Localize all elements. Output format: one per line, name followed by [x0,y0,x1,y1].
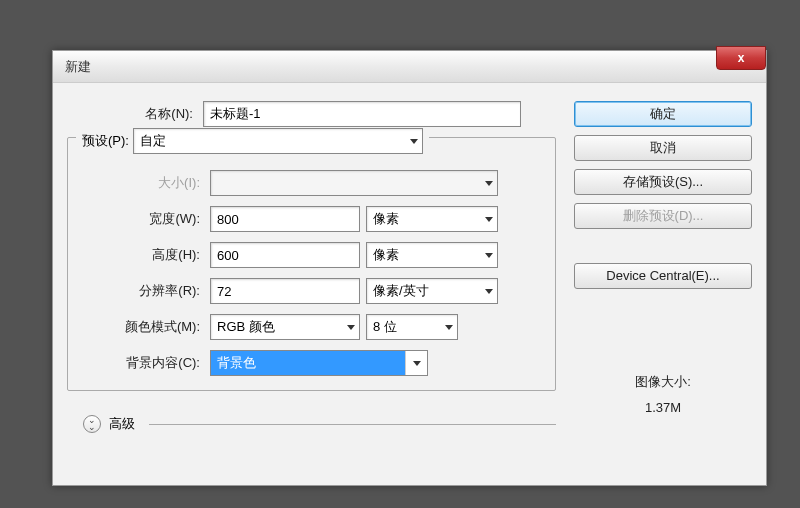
chevron-down-icon [485,217,493,222]
color-mode-select[interactable]: RGB 颜色 [210,314,360,340]
resolution-label: 分辨率(R): [74,282,204,300]
image-size-label: 图像大小: [574,369,752,395]
chevron-down-icon [485,289,493,294]
preset-select[interactable]: 自定 [133,128,423,154]
chevron-down-icon [445,325,453,330]
image-size-info: 图像大小: 1.37M [574,369,752,421]
chevron-down-icon [485,253,493,258]
height-unit-value: 像素 [373,246,399,264]
titlebar: 新建 x [53,51,766,83]
background-select[interactable]: 背景色 [210,350,428,376]
color-mode-value: RGB 颜色 [217,318,275,336]
image-size-value: 1.37M [574,395,752,421]
width-unit-select[interactable]: 像素 [366,206,498,232]
height-unit-select[interactable]: 像素 [366,242,498,268]
background-value: 背景色 [217,354,256,372]
dialog-title: 新建 [65,58,91,76]
color-depth-select[interactable]: 8 位 [366,314,458,340]
chevron-down-icon [413,361,421,366]
color-mode-label: 颜色模式(M): [74,318,204,336]
preset-fieldset: 预设(P): 自定 大小(I): [67,137,556,391]
delete-preset-button: 删除预设(D)... [574,203,752,229]
background-label: 背景内容(C): [74,354,204,372]
resolution-unit-select[interactable]: 像素/英寸 [366,278,498,304]
double-chevron-down-icon: ⌄⌄ [88,417,96,431]
resolution-unit-value: 像素/英寸 [373,282,429,300]
close-button[interactable]: x [716,46,766,70]
resolution-input[interactable] [210,278,360,304]
height-input[interactable] [210,242,360,268]
close-icon: x [738,51,745,65]
preset-label: 预设(P): [82,132,129,150]
chevron-down-icon [347,325,355,330]
chevron-down-icon [485,181,493,186]
width-label: 宽度(W): [74,210,204,228]
save-preset-button[interactable]: 存储预设(S)... [574,169,752,195]
name-label: 名称(N): [67,105,197,123]
height-label: 高度(H): [74,246,204,264]
device-central-button[interactable]: Device Central(E)... [574,263,752,289]
chevron-down-icon [410,139,418,144]
new-document-dialog: 新建 x 名称(N): 预设(P): 自定 [52,50,767,486]
width-unit-value: 像素 [373,210,399,228]
advanced-toggle[interactable]: ⌄⌄ [83,415,101,433]
preset-value: 自定 [140,132,166,150]
divider [149,424,556,425]
size-label: 大小(I): [74,174,204,192]
width-input[interactable] [210,206,360,232]
ok-button[interactable]: 确定 [574,101,752,127]
advanced-label: 高级 [109,415,135,433]
size-select [210,170,498,196]
name-input[interactable] [203,101,521,127]
color-depth-value: 8 位 [373,318,397,336]
cancel-button[interactable]: 取消 [574,135,752,161]
